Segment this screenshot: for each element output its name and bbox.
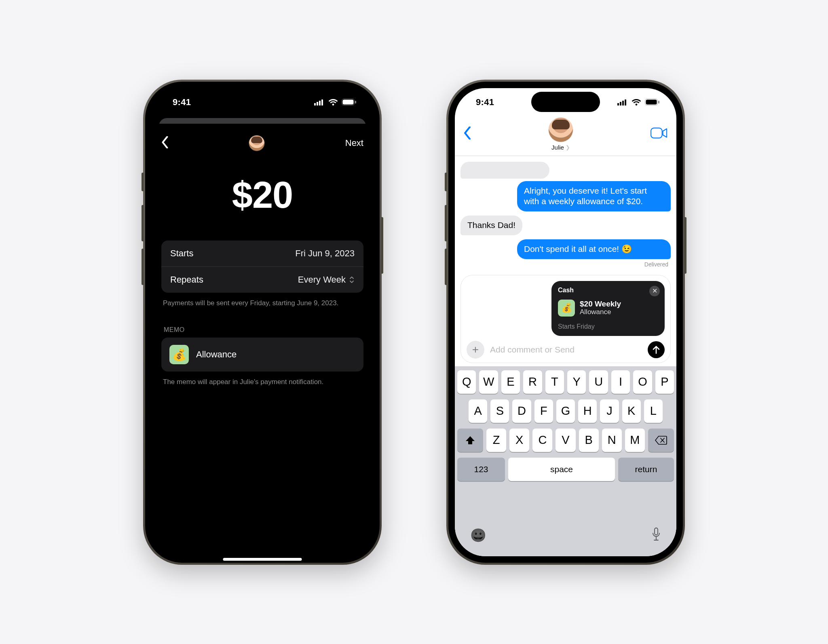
battery-icon (342, 99, 356, 106)
message-bubble-sent[interactable]: Don't spend it all at once! 😉 (517, 239, 671, 259)
key-q[interactable]: Q (457, 370, 476, 394)
key-t[interactable]: T (545, 370, 564, 394)
key-a[interactable]: A (469, 399, 487, 423)
repeats-label: Repeats (170, 274, 203, 285)
dictate-key[interactable] (651, 528, 661, 543)
next-button[interactable]: Next (345, 138, 363, 148)
svg-rect-1 (317, 102, 318, 106)
svg-rect-10 (625, 99, 626, 106)
key-n[interactable]: N (602, 429, 622, 452)
back-button[interactable] (161, 136, 169, 150)
back-button[interactable] (464, 127, 471, 141)
status-icons (314, 99, 356, 106)
numbers-key[interactable]: 123 (457, 458, 505, 481)
home-indicator[interactable] (223, 558, 302, 561)
repeats-value: Every Week (298, 274, 346, 285)
space-key[interactable]: space (508, 458, 615, 481)
home-indicator[interactable] (526, 558, 605, 561)
key-r[interactable]: R (523, 370, 542, 394)
svg-rect-6 (355, 101, 356, 103)
payment-amount: $20 (152, 174, 373, 216)
key-e[interactable]: E (501, 370, 520, 394)
svg-rect-7 (617, 103, 619, 106)
key-y[interactable]: Y (567, 370, 586, 394)
repeats-row[interactable]: Repeats Every Week (161, 266, 363, 293)
apple-cash-brand: Cash (558, 287, 658, 294)
memo-field[interactable]: 💰 Allowance (161, 338, 363, 372)
schedule-footnote: Payments will be sent every Friday, star… (152, 293, 373, 308)
contact-name: Julie (551, 144, 564, 151)
updown-chevron-icon (349, 276, 355, 284)
key-u[interactable]: U (589, 370, 608, 394)
key-v[interactable]: V (556, 429, 575, 452)
delete-key[interactable] (648, 429, 674, 452)
key-o[interactable]: O (633, 370, 652, 394)
apple-cash-attachment: Cash ✕ 💰 $20 Weekly Allowance Starts Fri… (460, 275, 671, 363)
message-bubble-received (460, 162, 549, 179)
battery-icon (645, 99, 659, 106)
memo-value: Allowance (196, 349, 237, 360)
close-attachment-button[interactable]: ✕ (649, 286, 660, 296)
starts-row[interactable]: Starts Fri Jun 9, 2023 (161, 241, 363, 266)
keyboard: QWERTYUIOP ASDFGHJKL ZXCVBNM 123 space r… (455, 366, 676, 556)
delivered-label: Delivered (460, 261, 668, 268)
memo-footnote: The memo will appear in Julie's payment … (152, 372, 373, 387)
svg-rect-14 (651, 128, 662, 138)
message-bubble-sent[interactable]: Alright, you deserve it! Let's start wit… (517, 181, 671, 212)
apps-button[interactable]: + (467, 341, 484, 359)
key-w[interactable]: W (479, 370, 498, 394)
svg-rect-12 (646, 100, 657, 105)
status-icons (617, 99, 659, 106)
shift-key[interactable] (457, 429, 483, 452)
key-b[interactable]: B (579, 429, 599, 452)
key-h[interactable]: H (578, 399, 597, 423)
phone-left: 9:41 Next $20 (143, 80, 382, 565)
starts-label: Starts (170, 248, 193, 259)
message-input[interactable]: Add comment or Send (490, 341, 642, 359)
key-g[interactable]: G (556, 399, 575, 423)
key-f[interactable]: F (534, 399, 553, 423)
key-k[interactable]: K (622, 399, 641, 423)
svg-rect-2 (319, 101, 321, 106)
key-s[interactable]: S (490, 399, 509, 423)
moneybag-icon: 💰 (169, 345, 189, 364)
key-z[interactable]: Z (486, 429, 506, 452)
wifi-icon (632, 99, 641, 106)
contact-avatar[interactable] (249, 135, 265, 151)
key-l[interactable]: L (644, 399, 663, 423)
key-i[interactable]: I (611, 370, 630, 394)
svg-rect-8 (620, 102, 621, 106)
key-p[interactable]: P (655, 370, 674, 394)
svg-rect-13 (658, 101, 659, 103)
cellular-icon (617, 99, 628, 106)
contact-avatar (548, 117, 573, 142)
message-bubble-received[interactable]: Thanks Dad! (460, 215, 522, 235)
emoji-key[interactable]: 😀 (470, 528, 486, 543)
cash-card-start: Starts Friday (558, 323, 658, 330)
svg-rect-15 (655, 528, 658, 535)
key-m[interactable]: M (625, 429, 645, 452)
key-j[interactable]: J (600, 399, 619, 423)
svg-rect-9 (622, 101, 624, 106)
key-d[interactable]: D (512, 399, 531, 423)
svg-rect-0 (314, 103, 316, 106)
phone-right: 9:41 Julie❯ (446, 80, 685, 565)
chevron-right-icon: ❯ (566, 144, 570, 150)
facetime-button[interactable] (651, 127, 667, 140)
kbd-row-2: ASDFGHJKL (457, 399, 674, 423)
kbd-row-3: ZXCVBNM (457, 429, 674, 452)
key-x[interactable]: X (509, 429, 529, 452)
return-key[interactable]: return (618, 458, 674, 481)
starts-value: Fri Jun 9, 2023 (295, 248, 355, 259)
contact-header[interactable]: Julie❯ (548, 117, 573, 151)
kbd-row-1: QWERTYUIOP (457, 370, 674, 394)
status-time: 9:41 (476, 97, 494, 108)
dynamic-island (228, 92, 297, 112)
cash-card-subtitle: Allowance (580, 308, 621, 316)
key-c[interactable]: C (532, 429, 552, 452)
cash-card[interactable]: Cash ✕ 💰 $20 Weekly Allowance Starts Fri… (551, 281, 665, 336)
wifi-icon (328, 99, 338, 106)
send-button[interactable] (648, 341, 665, 358)
cellular-icon (314, 99, 325, 106)
memo-section-header: MEMO (152, 308, 373, 338)
